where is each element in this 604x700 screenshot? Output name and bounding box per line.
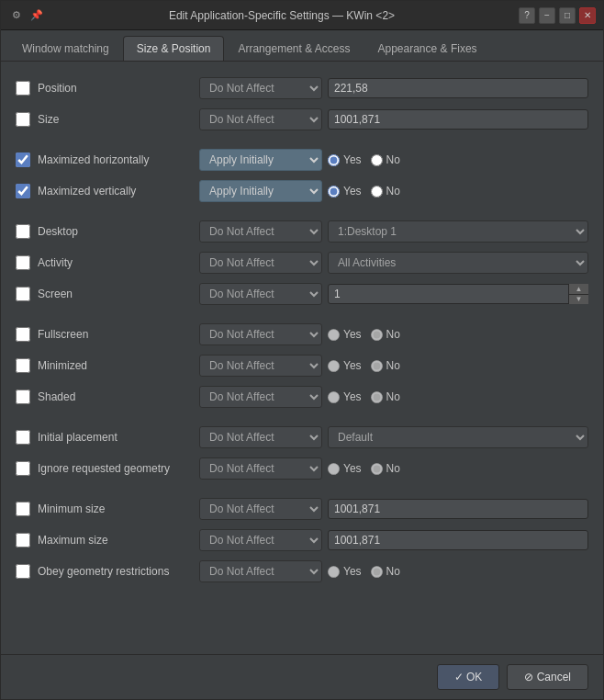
minimum-size-checkbox[interactable] [16,502,30,516]
obey-geometry-yes-radio[interactable] [328,566,340,578]
tab-appearance-fixes[interactable]: Appearance & Fixes [364,36,491,61]
ignore-geometry-dropdown[interactable]: Do Not Affect [199,457,322,480]
shaded-checkbox[interactable] [16,390,30,404]
max-h-dropdown[interactable]: Apply Initially [199,149,322,171]
initial-placement-checkbox[interactable] [16,430,30,445]
fullscreen-radio-group: Yes No [328,328,588,341]
minimized-no-label[interactable]: No [371,359,400,372]
max-v-dropdown[interactable]: Apply Initially [199,180,322,202]
maximum-size-input[interactable] [328,530,588,550]
size-checkbox[interactable] [16,112,30,127]
ignore-geometry-yes-radio[interactable] [328,463,340,475]
tab-arrangement-access[interactable]: Arrangement & Access [224,36,364,61]
minimized-no-radio[interactable] [371,360,383,372]
screen-dropdown[interactable]: Do Not Affect [199,283,322,305]
maximize-button[interactable]: □ [559,7,576,24]
row-position: Position Do Not Affect [16,73,588,104]
fullscreen-dropdown-wrapper: Do Not Affect [199,323,322,345]
fullscreen-no-label[interactable]: No [371,328,400,341]
max-h-value: Yes No [328,153,588,166]
position-input[interactable] [328,78,588,98]
shaded-dropdown-wrapper: Do Not Affect [199,386,322,408]
activity-label-area: Activity [16,255,199,270]
max-h-no-label[interactable]: No [371,153,400,166]
obey-geometry-no-label[interactable]: No [371,565,400,578]
max-v-no-label[interactable]: No [371,185,400,198]
obey-geometry-label: Obey geometry restrictions [38,565,169,578]
shaded-no-radio[interactable] [371,391,383,403]
tab-size-position[interactable]: Size & Position [123,36,225,61]
desktop-select[interactable]: 1:Desktop 1 [328,220,588,243]
max-v-yes-radio[interactable] [328,186,340,198]
size-input[interactable] [328,109,588,130]
activity-checkbox[interactable] [16,255,30,270]
position-value [328,78,588,98]
fullscreen-yes-label[interactable]: Yes [328,328,362,341]
minimized-yes-label[interactable]: Yes [328,359,362,372]
fullscreen-yes-radio[interactable] [328,329,340,341]
ignore-geometry-checkbox[interactable] [16,461,30,476]
max-h-yes-radio[interactable] [328,154,340,166]
fullscreen-checkbox[interactable] [16,327,30,342]
cancel-button[interactable]: ⊘ Cancel [507,664,588,690]
maximum-size-dropdown[interactable]: Do Not Affect [199,529,322,551]
screen-spinbox-down[interactable]: ▼ [569,295,588,305]
minimum-size-dropdown[interactable]: Do Not Affect [199,498,322,520]
obey-geometry-yes-label[interactable]: Yes [328,565,362,578]
help-button[interactable]: ? [519,7,535,24]
ok-button[interactable]: ✓ OK [437,664,500,690]
obey-geometry-no-radio[interactable] [371,566,383,578]
max-h-yes-label[interactable]: Yes [328,153,362,166]
screen-checkbox[interactable] [16,287,30,301]
obey-geometry-checkbox[interactable] [16,564,30,579]
screen-spinbox-input[interactable] [328,284,588,304]
titlebar-controls: ? − □ ✕ [519,7,596,24]
row-obey-geometry: Obey geometry restrictions Do Not Affect… [16,556,588,587]
minimized-dropdown[interactable]: Do Not Affect [199,355,322,377]
activity-dropdown[interactable]: Do Not Affect [199,252,322,274]
minimized-dropdown-wrapper: Do Not Affect [199,355,322,377]
shaded-no-label[interactable]: No [371,390,400,403]
max-h-no-radio[interactable] [371,154,383,166]
fullscreen-dropdown[interactable]: Do Not Affect [199,323,322,345]
max-v-no-radio[interactable] [371,186,383,198]
ignore-geometry-yes-label[interactable]: Yes [328,462,362,475]
fullscreen-yes-text: Yes [343,328,362,341]
max-v-checkbox[interactable] [16,184,30,198]
initial-placement-dropdown-wrapper: Do Not Affect [199,426,322,448]
max-v-dropdown-wrapper: Apply Initially [199,180,322,202]
obey-geometry-value: Yes No [328,565,588,578]
initial-placement-label-area: Initial placement [16,430,199,445]
shaded-yes-label[interactable]: Yes [328,390,362,403]
shaded-yes-radio[interactable] [328,391,340,403]
obey-geometry-dropdown[interactable]: Do Not Affect [199,560,322,582]
close-button[interactable]: ✕ [579,7,596,24]
screen-spinbox-up[interactable]: ▲ [569,284,588,295]
row-ignore-geometry: Ignore requested geometry Do Not Affect … [16,453,588,484]
minimized-yes-radio[interactable] [328,360,340,372]
shaded-label: Shaded [38,390,75,403]
fullscreen-no-radio[interactable] [371,329,383,341]
minimize-button[interactable]: − [539,7,555,24]
size-dropdown[interactable]: Do Not Affect [199,108,322,130]
shaded-dropdown[interactable]: Do Not Affect [199,386,322,408]
row-screen: Screen Do Not Affect ▲ ▼ [16,278,588,310]
tab-window-matching[interactable]: Window matching [8,36,123,61]
max-v-yes-label[interactable]: Yes [328,185,362,198]
activity-select[interactable]: All Activities [328,252,588,274]
position-dropdown[interactable]: Do Not Affect [199,77,322,99]
settings-content: Position Do Not Affect Size Do Not Affec… [1,62,603,654]
ignore-geometry-label-area: Ignore requested geometry [16,461,199,476]
position-checkbox[interactable] [16,81,30,96]
desktop-dropdown[interactable]: Do Not Affect [199,220,322,243]
titlebar-left-icons: ⚙ 📌 [8,7,45,24]
maximum-size-checkbox[interactable] [16,533,30,548]
max-h-checkbox[interactable] [16,152,30,167]
ignore-geometry-no-radio[interactable] [371,463,383,475]
initial-placement-select[interactable]: Default [328,426,588,448]
initial-placement-dropdown[interactable]: Do Not Affect [199,426,322,448]
ignore-geometry-no-label[interactable]: No [371,462,400,475]
desktop-checkbox[interactable] [16,224,30,239]
minimum-size-input[interactable] [328,499,588,519]
minimized-checkbox[interactable] [16,358,30,373]
